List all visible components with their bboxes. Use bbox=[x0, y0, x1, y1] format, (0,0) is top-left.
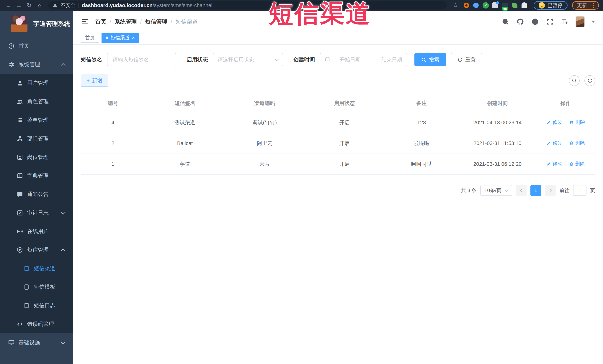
address-bar[interactable]: 不安全 dashboard.yudao.iocoder.cn/system/sm… bbox=[48, 1, 447, 10]
url-path: /system/sms/sms-channel bbox=[152, 2, 212, 8]
delete-link[interactable]: 删除 bbox=[569, 140, 585, 146]
grid-blue-drop-extension-icon[interactable] bbox=[492, 2, 499, 9]
sidebar-item-通知公告[interactable]: 通知公告 bbox=[0, 185, 73, 204]
header-actions bbox=[501, 16, 595, 27]
tab-label: 首页 bbox=[85, 34, 95, 41]
app-logo-row[interactable]: 芋道管理系统 bbox=[0, 11, 73, 37]
orange-ring-extension-icon[interactable] bbox=[463, 2, 470, 9]
sidebar-item-菜单管理[interactable]: 菜单管理 bbox=[0, 111, 73, 129]
delete-link[interactable]: 删除 bbox=[569, 161, 585, 167]
avatar[interactable] bbox=[576, 16, 585, 27]
refresh-icon[interactable]: ↻ bbox=[25, 1, 34, 10]
table-row: 2Ballcat阿里云开启啦啦啦2021-03-31 11:53:10修改删除 bbox=[81, 133, 595, 154]
signature-input[interactable]: 请输入短信签名 bbox=[107, 53, 176, 66]
refresh-icon bbox=[457, 57, 463, 62]
sidebar-item-系统管理[interactable]: 系统管理 bbox=[0, 55, 73, 74]
page-content: 短信签名 请输入短信签名 启用状态 请选择启用状态 创建时间 开始日期 bbox=[73, 44, 603, 196]
screen-on-badge-extension-icon[interactable]: on bbox=[502, 2, 508, 9]
sidebar-item-在线用户[interactable]: 在线用户 bbox=[0, 222, 73, 241]
cell-id: 2 bbox=[81, 133, 145, 154]
chevron-right-icon bbox=[548, 188, 552, 192]
sidebar-item-短信模板[interactable]: 短信模板 bbox=[0, 278, 73, 296]
reset-button[interactable]: 重置 bbox=[451, 53, 482, 66]
column-header: 启用状态 bbox=[305, 95, 384, 112]
search-button[interactable]: 搜索 bbox=[414, 53, 446, 66]
sidebar-toggle-icon[interactable] bbox=[81, 18, 89, 26]
breadcrumb-item[interactable]: 系统管理 bbox=[115, 18, 137, 26]
sidebar-item-审计日志[interactable]: 审计日志 bbox=[0, 204, 73, 222]
next-page-button[interactable] bbox=[545, 185, 556, 196]
chevron-down-icon[interactable] bbox=[591, 21, 595, 23]
cell-remark: 啦啦啦 bbox=[384, 133, 459, 154]
sidebar-item-用户管理[interactable]: 用户管理 bbox=[0, 74, 73, 92]
url-text[interactable]: dashboard.yudao.iocoder.cn/system/sms/sm… bbox=[82, 2, 212, 8]
fullscreen-icon[interactable] bbox=[546, 18, 554, 26]
divider bbox=[79, 3, 79, 8]
edit-link[interactable]: 修改 bbox=[546, 119, 562, 126]
edit-link[interactable]: 修改 bbox=[546, 140, 562, 146]
cell-status: 开启 bbox=[305, 133, 384, 154]
page-size-select[interactable]: 10条/页 bbox=[480, 185, 512, 196]
browser-menu-icon[interactable] bbox=[593, 3, 594, 8]
sidebar-item-label: 短信管理 bbox=[27, 246, 49, 254]
add-button-label: 新增 bbox=[92, 77, 102, 84]
goto-page-input[interactable]: 1 bbox=[573, 185, 587, 196]
cell-remark: 123 bbox=[384, 112, 459, 133]
bookmark-star-icon[interactable]: ☆ bbox=[451, 1, 460, 10]
sidebar-item-短信管理[interactable]: 短信管理 bbox=[0, 241, 73, 259]
range-separator: - bbox=[370, 57, 372, 63]
tab-短信渠道[interactable]: 短信渠道× bbox=[102, 33, 139, 43]
not-secure-warning-icon bbox=[53, 3, 58, 7]
sidebar-item-部门管理[interactable]: 部门管理 bbox=[0, 129, 73, 148]
green-leaf-extension-icon[interactable] bbox=[511, 2, 518, 9]
doc-icon bbox=[23, 265, 30, 272]
column-header: 备注 bbox=[384, 95, 459, 112]
cell-signature: 芋道 bbox=[145, 154, 225, 175]
breadcrumb-separator: / bbox=[110, 19, 111, 25]
breadcrumb-item[interactable]: 短信管理 bbox=[145, 18, 167, 26]
github-icon[interactable] bbox=[516, 18, 524, 26]
total-count: 共 3 条 bbox=[461, 187, 477, 194]
cell-created: 2021-03-31 06:12:20 bbox=[459, 154, 536, 175]
sidebar-item-首页[interactable]: 首页 bbox=[0, 37, 73, 55]
white-ghost-extension-icon[interactable] bbox=[521, 2, 528, 9]
status-select[interactable]: 请选择启用状态 bbox=[213, 53, 283, 66]
search-icon[interactable] bbox=[501, 18, 510, 26]
toggle-search-button[interactable] bbox=[569, 75, 580, 86]
forward-icon[interactable]: → bbox=[14, 1, 23, 10]
paused-badge[interactable]: 已暂停 bbox=[533, 1, 568, 10]
sidebar-item-错误码管理[interactable]: 错误码管理 bbox=[0, 315, 73, 333]
book-icon bbox=[16, 172, 23, 179]
prev-page-button[interactable] bbox=[516, 185, 527, 196]
delete-link[interactable]: 删除 bbox=[569, 119, 585, 126]
back-icon[interactable]: ← bbox=[4, 1, 13, 10]
search-icon bbox=[421, 57, 426, 62]
date-range-picker[interactable]: 开始日期 - 结束日期 bbox=[320, 53, 407, 66]
font-size-icon[interactable] bbox=[561, 18, 569, 26]
cell-created: 2021-04-13 00:23:14 bbox=[459, 112, 536, 133]
blue-drop-extension-icon[interactable] bbox=[473, 2, 479, 9]
sidebar-item-角色管理[interactable]: 角色管理 bbox=[0, 92, 73, 111]
edit-link[interactable]: 修改 bbox=[546, 161, 562, 167]
sidebar-item-岗位管理[interactable]: 岗位管理 bbox=[0, 148, 73, 166]
breadcrumb-item[interactable]: 首页 bbox=[95, 18, 106, 26]
refresh-table-button[interactable] bbox=[584, 75, 595, 86]
sidebar-item-label: 角色管理 bbox=[27, 98, 49, 105]
tab-首页[interactable]: 首页 bbox=[81, 33, 99, 43]
green-check-extension-icon[interactable]: ✓ bbox=[482, 2, 489, 9]
sidebar-item-短信日志[interactable]: 短信日志 bbox=[0, 296, 73, 315]
browser-update-button[interactable]: 更新 bbox=[572, 1, 599, 10]
security-label[interactable]: 不安全 bbox=[60, 2, 76, 9]
sidebar-item-基础设施[interactable]: 基础设施 bbox=[0, 333, 73, 352]
close-icon[interactable]: × bbox=[132, 35, 135, 40]
page-number-button[interactable]: 1 bbox=[530, 185, 541, 196]
sidebar-item-label: 岗位管理 bbox=[27, 154, 49, 161]
sidebar-item-短信渠道[interactable]: 短信渠道 bbox=[0, 259, 73, 278]
help-icon[interactable] bbox=[531, 18, 539, 26]
home-icon[interactable]: ⌂ bbox=[35, 1, 44, 10]
pencil-icon bbox=[546, 141, 551, 145]
add-button[interactable]: + 新增 bbox=[81, 75, 108, 87]
sidebar-item-label: 错误码管理 bbox=[27, 320, 54, 328]
chevron-down-icon bbox=[275, 57, 279, 61]
sidebar-item-字典管理[interactable]: 字典管理 bbox=[0, 166, 73, 185]
